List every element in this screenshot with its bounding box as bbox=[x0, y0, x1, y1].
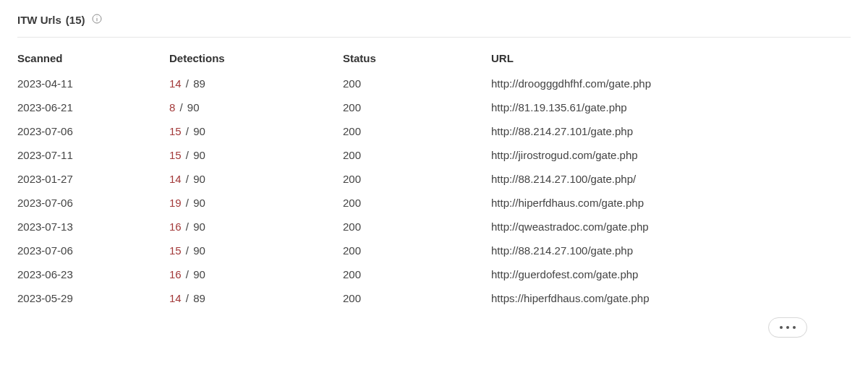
table-row: 2023-05-29 14 / 89 200 https://hiperfdha… bbox=[17, 286, 851, 310]
detections-total: 89 bbox=[193, 77, 205, 90]
ellipsis-icon bbox=[786, 326, 789, 329]
ellipsis-icon bbox=[793, 326, 796, 329]
info-icon[interactable] bbox=[91, 13, 103, 27]
cell-status: 200 bbox=[343, 143, 491, 167]
svg-point-2 bbox=[96, 17, 97, 17]
cell-scanned: 2023-04-11 bbox=[17, 72, 169, 95]
detections-total: 90 bbox=[187, 101, 200, 113]
cell-status: 200 bbox=[343, 286, 491, 310]
cell-scanned: 2023-07-11 bbox=[17, 143, 169, 167]
cell-detections: 15 / 90 bbox=[169, 143, 343, 167]
cell-detections: 16 / 90 bbox=[169, 262, 343, 286]
detections-total: 89 bbox=[193, 292, 205, 304]
detections-hits: 16 bbox=[169, 220, 182, 233]
detections-total: 90 bbox=[193, 244, 205, 257]
table-row: 2023-06-21 8 / 90 200 http://81.19.135.6… bbox=[17, 95, 851, 119]
cell-scanned: 2023-06-23 bbox=[17, 262, 169, 286]
section-title: ITW Urls bbox=[17, 14, 61, 26]
detections-hits: 19 bbox=[169, 197, 182, 209]
detections-separator: / bbox=[186, 77, 189, 90]
detections-separator: / bbox=[186, 149, 189, 161]
table-row: 2023-01-27 14 / 90 200 http://88.214.27.… bbox=[17, 167, 851, 191]
cell-detections: 14 / 89 bbox=[169, 72, 343, 95]
cell-status: 200 bbox=[343, 167, 491, 191]
cell-detections: 15 / 90 bbox=[169, 239, 343, 262]
col-header-url[interactable]: URL bbox=[491, 46, 851, 72]
table-row: 2023-07-06 15 / 90 200 http://88.214.27.… bbox=[17, 119, 851, 143]
detections-hits: 16 bbox=[169, 268, 182, 280]
col-header-scanned[interactable]: Scanned bbox=[17, 46, 169, 72]
cell-url[interactable]: http://88.214.27.100/gate.php bbox=[491, 239, 851, 262]
more-row bbox=[17, 310, 851, 338]
cell-url[interactable]: http://81.19.135.61/gate.php bbox=[491, 95, 851, 119]
cell-status: 200 bbox=[343, 95, 491, 119]
detections-hits: 15 bbox=[169, 125, 182, 137]
detections-separator: / bbox=[186, 244, 189, 257]
cell-url[interactable]: http://jirostrogud.com/gate.php bbox=[491, 143, 851, 167]
cell-status: 200 bbox=[343, 215, 491, 239]
cell-status: 200 bbox=[343, 119, 491, 143]
cell-status: 200 bbox=[343, 262, 491, 286]
table-row: 2023-06-23 16 / 90 200 http://guerdofest… bbox=[17, 262, 851, 286]
detections-separator: / bbox=[186, 173, 189, 185]
cell-scanned: 2023-01-27 bbox=[17, 167, 169, 191]
cell-url[interactable]: http://hiperfdhaus.com/gate.php bbox=[491, 191, 851, 215]
table-header-row: Scanned Detections Status URL bbox=[17, 46, 851, 72]
cell-scanned: 2023-05-29 bbox=[17, 286, 169, 310]
cell-scanned: 2023-07-06 bbox=[17, 191, 169, 215]
cell-scanned: 2023-07-13 bbox=[17, 215, 169, 239]
detections-hits: 15 bbox=[169, 149, 182, 161]
table-row: 2023-07-06 15 / 90 200 http://88.214.27.… bbox=[17, 239, 851, 262]
detections-total: 90 bbox=[193, 125, 205, 137]
detections-separator: / bbox=[186, 125, 189, 137]
cell-scanned: 2023-07-06 bbox=[17, 119, 169, 143]
cell-url[interactable]: https://hiperfdhaus.com/gate.php bbox=[491, 286, 851, 310]
cell-status: 200 bbox=[343, 191, 491, 215]
cell-url[interactable]: http://droogggdhfhf.com/gate.php bbox=[491, 72, 851, 95]
detections-total: 90 bbox=[193, 149, 205, 161]
col-header-status[interactable]: Status bbox=[343, 46, 491, 72]
cell-scanned: 2023-06-21 bbox=[17, 95, 169, 119]
cell-url[interactable]: http://qweastradoc.com/gate.php bbox=[491, 215, 851, 239]
detections-total: 90 bbox=[193, 173, 205, 185]
detections-hits: 8 bbox=[169, 101, 175, 113]
detections-separator: / bbox=[186, 197, 189, 209]
table-row: 2023-07-13 16 / 90 200 http://qweastrado… bbox=[17, 215, 851, 239]
detections-hits: 14 bbox=[169, 292, 182, 304]
section-header: ITW Urls (15) bbox=[17, 13, 851, 38]
detections-separator: / bbox=[180, 101, 183, 113]
section-count: (15) bbox=[66, 14, 85, 26]
detections-separator: / bbox=[186, 292, 189, 304]
detections-hits: 14 bbox=[169, 77, 182, 90]
ellipsis-icon bbox=[780, 326, 783, 329]
cell-detections: 15 / 90 bbox=[169, 119, 343, 143]
detections-total: 90 bbox=[193, 220, 205, 233]
cell-url[interactable]: http://88.214.27.101/gate.php bbox=[491, 119, 851, 143]
cell-detections: 14 / 90 bbox=[169, 167, 343, 191]
more-button[interactable] bbox=[768, 317, 807, 338]
table-row: 2023-07-11 15 / 90 200 http://jirostrogu… bbox=[17, 143, 851, 167]
cell-url[interactable]: http://guerdofest.com/gate.php bbox=[491, 262, 851, 286]
detections-hits: 14 bbox=[169, 173, 182, 185]
detections-separator: / bbox=[186, 268, 189, 280]
detections-total: 90 bbox=[193, 268, 205, 280]
cell-detections: 19 / 90 bbox=[169, 191, 343, 215]
cell-scanned: 2023-07-06 bbox=[17, 239, 169, 262]
cell-status: 200 bbox=[343, 72, 491, 95]
itw-urls-table: Scanned Detections Status URL 2023-04-11… bbox=[17, 46, 851, 310]
detections-total: 90 bbox=[193, 197, 205, 209]
table-row: 2023-07-06 19 / 90 200 http://hiperfdhau… bbox=[17, 191, 851, 215]
cell-url[interactable]: http://88.214.27.100/gate.php/ bbox=[491, 167, 851, 191]
col-header-detections[interactable]: Detections bbox=[169, 46, 343, 72]
detections-separator: / bbox=[186, 220, 189, 233]
cell-detections: 14 / 89 bbox=[169, 286, 343, 310]
detections-hits: 15 bbox=[169, 244, 182, 257]
cell-detections: 16 / 90 bbox=[169, 215, 343, 239]
table-row: 2023-04-11 14 / 89 200 http://droogggdhf… bbox=[17, 72, 851, 95]
cell-status: 200 bbox=[343, 239, 491, 262]
cell-detections: 8 / 90 bbox=[169, 95, 343, 119]
